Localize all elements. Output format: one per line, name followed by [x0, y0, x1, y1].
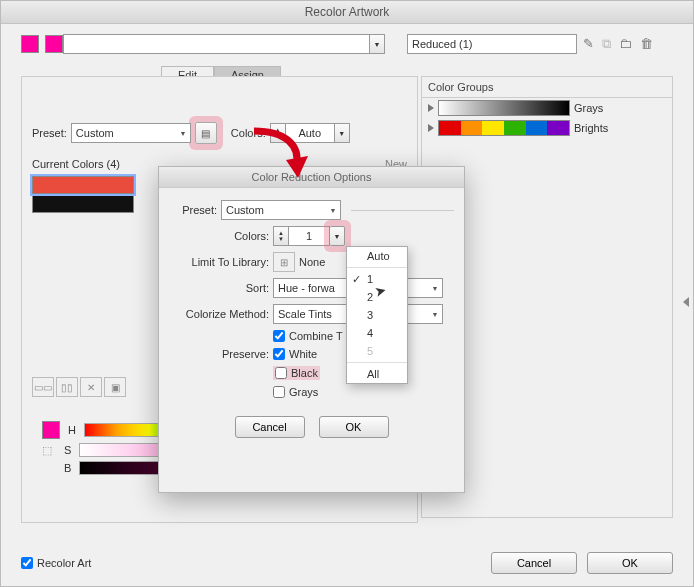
- s-label: S: [64, 444, 71, 456]
- brights-swatches: [438, 120, 570, 136]
- dialog-title: Color Reduction Options: [159, 167, 464, 188]
- recolor-art-check[interactable]: [21, 557, 33, 569]
- h-label: H: [68, 424, 76, 436]
- dlg-limit-label: Limit To Library:: [169, 256, 269, 268]
- white-label: White: [289, 348, 317, 360]
- dlg-combine-check[interactable]: [273, 330, 285, 342]
- dlg-method-label: Colorize Method:: [169, 308, 269, 320]
- grays-label: Grays: [289, 386, 318, 398]
- split-icon[interactable]: ▯▯: [56, 377, 78, 397]
- color-groups-title: Color Groups: [422, 77, 672, 98]
- group-label: Grays: [574, 102, 603, 114]
- menu-item-3[interactable]: 3: [347, 306, 407, 324]
- preserve-white-check[interactable]: [273, 348, 285, 360]
- preset-select[interactable]: Custom▼: [71, 123, 191, 143]
- new-row-icon[interactable]: ▣: [104, 377, 126, 397]
- dlg-colors-label: Colors:: [169, 230, 269, 242]
- color-row-2[interactable]: [32, 195, 134, 213]
- black-label: Black: [291, 367, 318, 379]
- group-base-swatch[interactable]: [45, 35, 63, 53]
- dlg-sort-label: Sort:: [169, 282, 269, 294]
- cube-icon: ⬚: [42, 444, 56, 457]
- disclosure-icon[interactable]: [428, 124, 434, 132]
- dlg-colors-dropdown-button[interactable]: ▼: [330, 226, 345, 246]
- menu-item-auto[interactable]: Auto: [347, 247, 407, 265]
- color-reduction-options-button[interactable]: ▤: [195, 122, 217, 144]
- preset-label: Preset:: [32, 127, 67, 139]
- color-row-1[interactable]: [32, 176, 134, 194]
- save-icon: ⧉: [602, 36, 611, 52]
- b-label: B: [64, 462, 71, 474]
- trash-icon[interactable]: 🗑: [640, 36, 653, 52]
- hsb-swatch[interactable]: [42, 421, 60, 439]
- colors-count-menu[interactable]: Auto 1 2 3 4 5 All: [346, 246, 408, 384]
- colors-stepper-main[interactable]: ▲▼ Auto ▼: [270, 123, 350, 143]
- color-group-dropdown[interactable]: ▼: [369, 35, 384, 53]
- menu-item-2[interactable]: 2: [347, 288, 407, 306]
- current-colors-label: Current Colors (4): [32, 158, 120, 170]
- dlg-limit-value: None: [299, 256, 325, 268]
- menu-item-4[interactable]: 4: [347, 324, 407, 342]
- footer: Recolor Art Cancel OK: [21, 552, 673, 574]
- preserve-grays-check[interactable]: [273, 386, 285, 398]
- grays-swatches: [438, 100, 570, 116]
- group-label: Brights: [574, 122, 608, 134]
- group-row-grays[interactable]: Grays: [422, 98, 672, 118]
- dlg-preset-label: Preset:: [169, 204, 217, 216]
- cancel-button[interactable]: Cancel: [491, 552, 577, 574]
- panel-collapse-icon[interactable]: [683, 297, 689, 307]
- exclude-icon[interactable]: ✕: [80, 377, 102, 397]
- merge-icon[interactable]: ▭▭: [32, 377, 54, 397]
- ok-button[interactable]: OK: [587, 552, 673, 574]
- group-name-field[interactable]: Reduced (1): [407, 34, 577, 54]
- folder-icon[interactable]: 🗀: [619, 36, 632, 52]
- color-group-strip[interactable]: ▼: [63, 34, 385, 54]
- dlg-preserve-label: Preserve:: [169, 348, 269, 360]
- window-title: Recolor Artwork: [1, 1, 693, 24]
- preserve-black-check[interactable]: [275, 367, 287, 379]
- combine-label: Combine T: [289, 330, 343, 342]
- color-reduction-dialog: Color Reduction Options Preset: Custom▼ …: [158, 166, 465, 493]
- disclosure-icon[interactable]: [428, 104, 434, 112]
- recolor-art-label: Recolor Art: [37, 557, 91, 569]
- chevron-down-icon[interactable]: ▼: [335, 123, 350, 143]
- menu-item-1[interactable]: 1: [347, 270, 407, 288]
- library-icon[interactable]: ⊞: [273, 252, 295, 272]
- menu-item-5: 5: [347, 342, 407, 360]
- active-color-swatch[interactable]: [21, 35, 39, 53]
- dlg-colors-stepper[interactable]: ▲▼ 1 ▼: [273, 226, 345, 246]
- top-row: ▼ Reduced (1) ✎ ⧉ 🗀 🗑: [1, 24, 693, 64]
- menu-item-all[interactable]: All: [347, 365, 407, 383]
- group-row-brights[interactable]: Brights: [422, 118, 672, 138]
- dlg-ok-button[interactable]: OK: [319, 416, 389, 438]
- colors-label: Colors:: [231, 127, 266, 139]
- dlg-cancel-button[interactable]: Cancel: [235, 416, 305, 438]
- eyedropper-icon[interactable]: ✎: [583, 36, 594, 52]
- dlg-preset-select[interactable]: Custom▼: [221, 200, 341, 220]
